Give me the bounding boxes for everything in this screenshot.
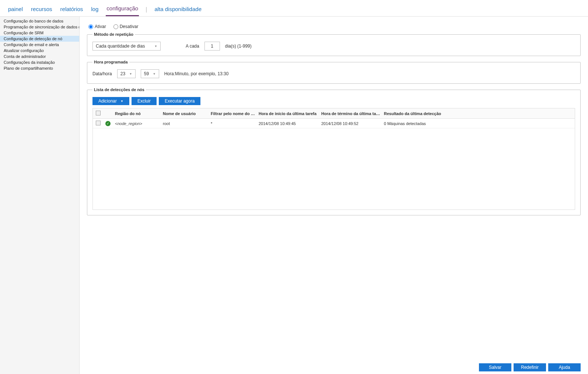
every-label: A cada (186, 44, 199, 49)
col-end[interactable]: Hora de término da última tarefa (320, 111, 382, 116)
sidebar-item-db-config[interactable]: Configuração do banco de dados (0, 18, 79, 24)
cell-start: 2014/12/08 10:49:45 (257, 121, 320, 126)
add-button-label: Adicionar (98, 98, 117, 104)
legend-schedule: Hora programada (92, 60, 129, 64)
table-header: Região do nó Nome de usuário Filtrar pel… (93, 108, 575, 119)
top-tabs: painel recursos relatórios log configura… (0, 0, 588, 17)
detection-table: Região do nó Nome de usuário Filtrar pel… (92, 108, 575, 210)
chevron-down-icon: ▼ (129, 72, 132, 76)
sidebar-item-admin-account[interactable]: Conta de administrador (0, 53, 79, 59)
sidebar-item-install-settings[interactable]: Configurações da instalação (0, 59, 79, 65)
minute-value: 59 (144, 71, 149, 76)
tab-log[interactable]: log (90, 4, 99, 16)
repeat-value-input[interactable]: 1 (204, 42, 220, 51)
sidebar-item-share-plan[interactable]: Plano de compartilhamento (0, 65, 79, 71)
hour-select[interactable]: 23 ▼ (117, 69, 136, 78)
sidebar-item-email-alert[interactable]: Configuração de email e alerta (0, 42, 79, 48)
run-now-button-label: Executar agora (165, 98, 195, 104)
cell-result: 0 Máquinas detectadas (382, 121, 573, 126)
sidebar-item-sync-schedule[interactable]: Programação de sincronização de dados do… (0, 24, 79, 30)
table-row[interactable]: ✓ <node_region> root * 2014/12/08 10:49:… (93, 119, 575, 128)
legend-repeat: Método de repetição (92, 32, 135, 37)
col-start[interactable]: Hora de início da última tarefa (257, 111, 320, 116)
tab-painel[interactable]: painel (7, 4, 24, 16)
radio-disable-input[interactable] (113, 24, 118, 29)
tab-separator: | (146, 6, 147, 13)
delete-button-label: Excluir (137, 98, 151, 104)
reset-button[interactable]: Redefinir (514, 363, 546, 371)
footer-buttons: Salvar Redefinir Ajuda (479, 363, 581, 371)
status-ok-icon: ✓ (105, 121, 111, 126)
save-button[interactable]: Salvar (479, 363, 511, 371)
radio-enable-label: Ativar (95, 24, 106, 29)
fieldset-repeat: Método de repetição Cada quantidade de d… (87, 32, 581, 56)
repeat-unit-label: dia(s) (1-999) (225, 44, 252, 49)
tab-alta-disponibilidade[interactable]: alta disponibilidade (154, 4, 202, 16)
main-panel: Ativar Desativar Método de repetição Cad… (80, 17, 588, 374)
fieldset-detection-list: Lista de detecções de nós Adicionar ▼ Ex… (87, 87, 581, 215)
col-region[interactable]: Região do nó (113, 111, 161, 116)
repeat-mode-select[interactable]: Cada quantidade de dias ▼ (92, 42, 161, 51)
legend-detection-list: Lista de detecções de nós (92, 87, 146, 92)
sidebar-item-srm-config[interactable]: Configuração de SRM (0, 30, 79, 36)
sidebar-item-node-detection[interactable]: Configuração de detecção de nó (0, 36, 79, 42)
col-filter[interactable]: Filtrar pelo nome do co… (209, 111, 257, 116)
hour-value: 23 (120, 71, 125, 76)
help-button[interactable]: Ajuda (548, 363, 581, 371)
chevron-down-icon: ▼ (154, 45, 157, 48)
cell-region: <node_region> (113, 121, 161, 126)
radio-enable[interactable]: Ativar (88, 24, 106, 29)
datetime-label: Data/hora (92, 71, 112, 76)
fieldset-schedule: Hora programada Data/hora 23 ▼ 59 ▼ Hora… (87, 60, 581, 84)
cell-user: root (161, 121, 209, 126)
chevron-down-icon: ▼ (120, 100, 123, 103)
sidebar-item-update-config[interactable]: Atualizar configuração (0, 48, 79, 53)
sidebar: Configuração do banco de dados Programaç… (0, 17, 80, 374)
col-result[interactable]: Resultado da última detecção (382, 111, 573, 116)
add-button[interactable]: Adicionar ▼ (92, 97, 129, 105)
chevron-down-icon: ▼ (153, 72, 156, 76)
tab-recursos[interactable]: recursos (30, 4, 53, 16)
col-user[interactable]: Nome de usuário (161, 111, 209, 116)
delete-button[interactable]: Excluir (132, 97, 157, 105)
radio-disable-label: Desativar (120, 24, 139, 29)
schedule-hint: Hora:Minuto, por exemplo, 13:30 (164, 71, 229, 76)
cell-filter: * (209, 121, 257, 126)
radio-enable-input[interactable] (88, 24, 93, 29)
select-all-checkbox[interactable] (96, 111, 101, 115)
repeat-mode-value: Cada quantidade de dias (96, 44, 145, 49)
tab-configuracao[interactable]: configuração (106, 3, 139, 16)
cell-end: 2014/12/08 10:49:52 (320, 121, 382, 126)
radio-disable[interactable]: Desativar (113, 24, 139, 29)
minute-select[interactable]: 59 ▼ (141, 69, 159, 78)
row-checkbox[interactable] (96, 121, 101, 125)
tab-relatorios[interactable]: relatórios (60, 4, 84, 16)
table-empty-body (93, 128, 575, 209)
run-now-button[interactable]: Executar agora (159, 97, 200, 105)
